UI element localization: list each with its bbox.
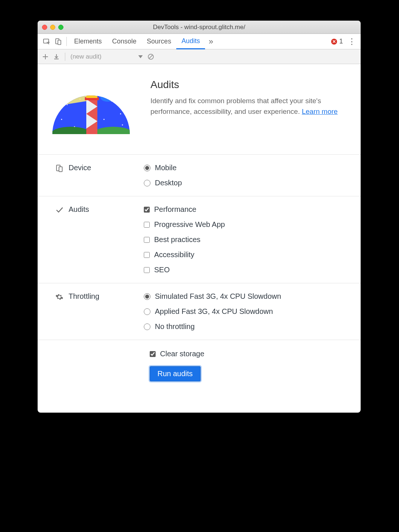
intro-description: Identify and fix common problems that af… [150,96,349,117]
tab-console[interactable]: Console [107,34,142,49]
chevron-down-icon [138,55,143,58]
run-section: Clear storage Run audits [38,340,361,396]
device-section: Device MobileDesktop [38,154,361,196]
audit-category-checkbox[interactable] [144,252,150,258]
svg-point-17 [93,127,133,141]
intro-section: Audits Identify and fix common problems … [38,64,361,154]
gear-icon [55,293,63,301]
device-label: Desktop [155,179,182,187]
minimize-window-button[interactable] [50,25,55,30]
run-audits-button[interactable]: Run audits [150,366,201,381]
intro-text: Audits Identify and fix common problems … [150,79,349,143]
throttling-option[interactable]: No throttling [144,322,281,331]
throttling-option[interactable]: Applied Fast 3G, 4x CPU Slowdown [144,307,281,316]
throttling-label: Simulated Fast 3G, 4x CPU Slowdown [155,292,281,301]
audit-selector-label: (new audit) [70,53,101,60]
svg-marker-23 [85,83,99,90]
audits-section: Audits PerformanceProgressive Web AppBes… [38,196,361,283]
section-label: Device [69,164,91,172]
tab-elements[interactable]: Elements [69,34,107,49]
svg-point-12 [122,125,123,126]
devtools-window: DevTools - wind-sprout.glitch.me/ Elemen… [38,21,361,413]
device-icon [55,164,63,172]
device-radio[interactable] [144,180,150,186]
device-label: Mobile [155,164,177,172]
devtools-tabstrip: Elements Console Sources Audits » ✕ 1 ⋮ [38,34,361,49]
throttling-radio[interactable] [144,323,150,330]
maximize-window-button[interactable] [58,25,63,30]
tab-label: Sources [147,38,171,45]
tab-label: Elements [74,38,102,45]
svg-point-16 [51,127,91,141]
titlebar: DevTools - wind-sprout.glitch.me/ [38,21,361,34]
svg-point-15 [100,93,115,102]
audit-category-label: Accessibility [154,251,194,259]
audit-category-checkbox[interactable] [144,207,150,213]
section-label: Throttling [69,292,99,301]
svg-point-9 [120,113,121,115]
device-toolbar-icon[interactable] [52,34,64,49]
download-icon[interactable] [53,53,60,60]
tab-audits[interactable]: Audits [176,34,205,49]
audit-category-option[interactable]: Best practices [144,235,225,244]
device-option[interactable]: Desktop [144,179,182,187]
clear-storage-label: Clear storage [160,350,204,358]
clear-storage-checkbox[interactable] [150,351,156,357]
audit-category-checkbox[interactable] [144,222,150,228]
inspect-element-icon[interactable] [41,34,52,49]
tab-sources[interactable]: Sources [142,34,176,49]
audit-category-checkbox[interactable] [144,267,150,273]
close-window-button[interactable] [42,25,47,30]
device-option[interactable]: Mobile [144,164,182,172]
throttling-section: Throttling Simulated Fast 3G, 4x CPU Slo… [38,283,361,340]
svg-rect-2 [58,40,61,45]
more-tabs-icon[interactable]: » [205,34,217,49]
audit-category-label: Performance [154,205,197,214]
check-icon [55,206,63,214]
throttling-label: Applied Fast 3G, 4x CPU Slowdown [155,307,273,316]
svg-point-10 [104,119,105,120]
svg-rect-0 [44,39,49,43]
svg-rect-21 [86,91,97,98]
error-indicator[interactable]: ✕ 1 [328,34,346,49]
device-radio[interactable] [144,165,150,171]
audit-category-option[interactable]: Accessibility [144,251,225,259]
tab-label: Audits [181,37,200,45]
learn-more-link[interactable]: Learn more [302,108,337,115]
audit-category-label: SEO [154,266,170,274]
traffic-lights [38,25,63,30]
kebab-menu-icon[interactable]: ⋮ [346,34,358,49]
svg-rect-25 [59,167,62,172]
lighthouse-illustration [45,79,137,143]
clear-storage-option[interactable]: Clear storage [150,350,349,358]
error-icon: ✕ [331,39,337,45]
audits-panel: Audits Identify and fix common problems … [38,64,361,413]
audit-category-label: Progressive Web App [154,220,225,229]
audit-category-option[interactable]: Performance [144,205,225,214]
audit-category-option[interactable]: SEO [144,266,225,274]
window-title: DevTools - wind-sprout.glitch.me/ [38,24,361,31]
svg-point-7 [61,119,62,120]
new-audit-icon[interactable] [42,53,49,60]
throttling-radio[interactable] [144,308,150,315]
error-count: 1 [339,38,343,45]
page-heading: Audits [150,79,349,91]
audit-category-option[interactable]: Progressive Web App [144,220,225,229]
throttling-radio[interactable] [144,293,150,300]
svg-rect-22 [85,89,99,91]
audit-selector[interactable]: (new audit) [70,53,143,60]
throttling-label: No throttling [155,322,195,331]
tab-label: Console [112,38,136,45]
section-label: Audits [69,205,89,214]
audits-toolbar: (new audit) [38,49,361,64]
audit-category-label: Best practices [154,235,201,244]
audit-category-checkbox[interactable] [144,237,150,243]
throttling-option[interactable]: Simulated Fast 3G, 4x CPU Slowdown [144,292,281,301]
clear-icon[interactable] [147,53,155,60]
